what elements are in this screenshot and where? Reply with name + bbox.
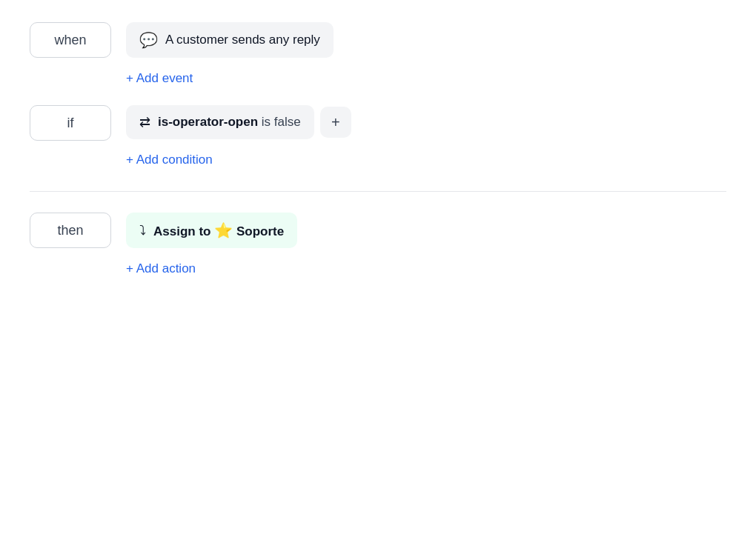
assign-icon: ⤵ xyxy=(139,223,146,238)
then-label: then xyxy=(30,213,111,248)
action-text: Assign to ⭐ Soporte xyxy=(153,221,284,239)
add-condition-button[interactable]: + Add condition xyxy=(126,150,726,170)
condition-chip[interactable]: ⇄ is-operator-open is false xyxy=(126,105,314,139)
transfer-icon: ⇄ xyxy=(139,114,150,130)
automation-builder: when 💬 A customer sends any reply + Add … xyxy=(30,22,726,287)
event-text: A customer sends any reply xyxy=(165,33,320,47)
if-row: if ⇄ is-operator-open is false + + Add c… xyxy=(30,105,726,170)
chat-icon: 💬 xyxy=(139,31,158,49)
action-prefix: Assign to xyxy=(153,224,210,238)
condition-operator-word: is xyxy=(262,115,271,129)
when-label: when xyxy=(30,22,111,58)
add-action-button[interactable]: + Add action xyxy=(126,258,726,279)
then-row: then ⤵ Assign to ⭐ Soporte + Add action xyxy=(30,213,726,279)
section-divider xyxy=(30,191,726,192)
if-label: if xyxy=(30,105,111,141)
if-content: ⇄ is-operator-open is false + + Add cond… xyxy=(126,105,726,170)
team-star-icon: ⭐ xyxy=(214,222,233,238)
action-chip-row: ⤵ Assign to ⭐ Soporte xyxy=(126,213,726,248)
condition-attribute: is-operator-open xyxy=(158,115,258,129)
event-chip-row: 💬 A customer sends any reply xyxy=(126,22,726,58)
condition-plus-button[interactable]: + xyxy=(320,107,351,138)
then-content: ⤵ Assign to ⭐ Soporte + Add action xyxy=(126,213,726,279)
condition-value: false xyxy=(274,115,301,129)
action-chip[interactable]: ⤵ Assign to ⭐ Soporte xyxy=(126,213,297,248)
condition-chip-row: ⇄ is-operator-open is false + xyxy=(126,105,726,139)
add-event-button[interactable]: + Add event xyxy=(126,68,726,89)
event-chip[interactable]: 💬 A customer sends any reply xyxy=(126,22,334,58)
action-team: Soporte xyxy=(236,224,284,238)
when-row: when 💬 A customer sends any reply + Add … xyxy=(30,22,726,89)
when-content: 💬 A customer sends any reply + Add event xyxy=(126,22,726,89)
condition-text: is-operator-open is false xyxy=(158,115,301,130)
